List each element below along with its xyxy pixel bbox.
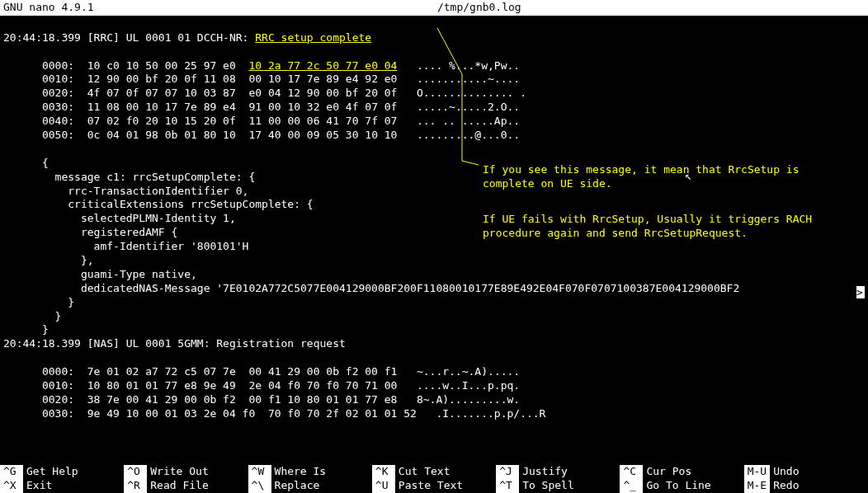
shortcut-label: Write Out [147,465,208,479]
shortcut-label: Paste Text [395,479,463,493]
highlighted-msg: RRC setup complete [255,31,371,44]
shortcut-label: Exit [23,479,52,493]
shortcut-label: Replace [271,479,320,493]
shortcut-label: Undo [770,465,799,479]
json-line: dedicatedNAS-Message '7E0102A772C5077E00… [3,282,865,296]
shortcut-bar: ^GGet Help^OWrite Out^WWhere Is^KCut Tex… [0,465,868,493]
annotation-text-2: If UE fails with RrcSetup, Usually it tr… [483,213,837,241]
json-line: } [3,323,865,337]
shortcut-label: Cut Text [395,465,451,479]
app-name: GNU nano 4.9.1 [3,1,94,15]
shortcut-key: ^W [248,465,271,479]
shortcut-key: ^O [124,465,147,479]
hex-row: 0030: 9e 49 10 00 01 03 2e 04 f0 70 f0 7… [3,407,865,421]
shortcut-key: ^\ [248,479,271,493]
shortcut-key: ^C [620,465,643,479]
line-truncation-indicator: > [856,286,865,298]
shortcut-label: Get Help [23,465,78,479]
shortcut-item[interactable]: ^WWhere Is [248,465,372,479]
shortcut-item[interactable]: ^KCut Text [372,465,496,479]
json-line: amf-Identifier '800101'H [3,240,865,254]
shortcut-key: ^X [0,479,23,493]
shortcut-label: Cur Pos [643,465,691,479]
shortcut-label: Justify [519,465,568,479]
mouse-cursor: ↖ [685,168,691,183]
shortcut-label: To Spell [519,479,574,493]
shortcut-item[interactable]: ^_Go To Line [620,479,743,493]
title-bar: GNU nano 4.9.1 /tmp/gnb0.log [0,0,868,16]
file-path: /tmp/gnb0.log [94,1,865,15]
hex-row: 0030: 11 08 00 10 17 7e 89 e4 91 00 10 3… [3,101,865,115]
shortcut-key: ^T [496,479,519,493]
shortcut-key: ^_ [620,479,643,493]
shortcut-item[interactable]: ^GGet Help [0,465,124,479]
json-line: } [3,296,865,310]
hex-row: 0040: 07 02 f0 20 10 15 20 0f 11 00 00 0… [3,115,865,129]
hex-row: 0010: 10 80 01 01 77 e8 9e 49 2e 04 f0 7… [3,379,865,393]
shortcut-item[interactable]: ^UPaste Text [372,479,496,493]
shortcut-key: ^R [124,479,147,493]
hex-row: 0020: 38 7e 00 41 29 00 0b f2 00 f1 10 8… [3,393,865,407]
json-line: guami-Type native, [3,268,865,282]
shortcut-item[interactable]: ^TTo Spell [496,479,620,493]
shortcut-key: ^J [496,465,519,479]
log-prefix: 20:44:18.399 [RRC] UL 0001 01 DCCH-NR: [3,31,255,44]
hex-row: 0000: 7e 01 02 a7 72 c5 07 7e 00 41 29 0… [3,365,865,379]
shortcut-label: Go To Line [643,479,710,493]
shortcut-item[interactable]: ^JJustify [496,465,620,479]
shortcut-item[interactable]: ^CCur Pos [620,465,743,479]
hex-row: 0020: 4f 07 0f 07 07 10 03 87 e0 04 12 9… [3,87,865,101]
shortcut-item[interactable]: ^RRead File [124,479,248,493]
shortcut-item[interactable]: ^\Replace [248,479,372,493]
shortcut-label: Where Is [271,465,327,479]
json-line: criticalExtensions rrcSetupComplete: { [3,198,865,212]
shortcut-item[interactable]: ^XExit [0,479,124,493]
shortcut-label: Redo [770,479,799,493]
shortcut-key: ^U [372,479,395,493]
json-line: 20:44:18.399 [NAS] UL 0001 5GMM: Registr… [3,337,865,351]
hex-row: 0050: 0c 04 01 98 0b 01 80 10 17 40 00 0… [3,129,865,143]
shortcut-key: M-E [744,479,770,493]
shortcut-label: Read File [147,479,208,493]
shortcut-item[interactable]: M-UUndo [744,465,868,479]
annotation-text-1: If you see this message, it mean that Rr… [483,163,829,191]
hex-row: 0010: 12 90 00 bf 20 0f 11 08 00 10 17 7… [3,73,865,87]
shortcut-key: ^K [372,465,395,479]
json-line: }, [3,254,865,268]
shortcut-key: ^G [0,465,23,479]
hex-row: 0000: 10 c0 10 50 00 25 97 e0 10 2a 77 2… [3,59,865,73]
json-line: } [3,310,865,324]
shortcut-item[interactable]: ^OWrite Out [124,465,248,479]
shortcut-key: M-U [744,465,770,479]
shortcut-item[interactable]: M-ERedo [744,479,868,493]
